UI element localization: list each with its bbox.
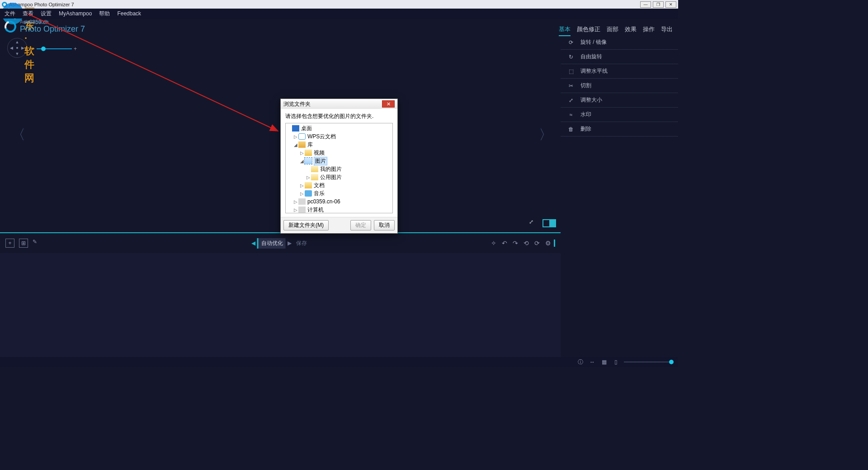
auto-opt-prev-icon[interactable]: ◀ [251,240,255,246]
minimize-button[interactable]: — [640,1,651,8]
tab-color[interactable]: 颜色修正 [577,25,600,36]
tree-node[interactable]: ▷WPS云文档 [287,132,392,141]
tab-export[interactable]: 导出 [661,25,673,36]
tree-node[interactable]: ◢图片 [287,157,392,165]
compare-toggle[interactable] [542,219,556,227]
tab-operation[interactable]: 操作 [643,25,655,36]
brand-ring-icon [3,19,19,35]
tree-twisty-icon: ▷ [306,175,311,180]
desktop-icon [292,125,299,132]
sideitem-resize[interactable]: ⤢调整大小 [561,93,678,108]
tree-node[interactable]: ▷pc0359.cn-06 [287,197,392,206]
rotate-left-icon[interactable]: ⟲ [522,240,530,247]
tree-node[interactable]: ▷视频 [287,149,392,157]
rotate-right-icon[interactable]: ⟳ [533,240,541,247]
status-bar: ⓘ ↔ ▦ ▯ [0,357,678,367]
next-image-button[interactable]: 〉 [539,126,549,144]
app-logo-icon [2,2,7,7]
action-toolbar: + ⊞ ✎ ◀ 自动优化 ▶ 保存 ✧ ↶ ↷ ⟲ ⟳ ⚙ [0,236,561,250]
tree-node[interactable]: 桌面 [287,124,392,132]
redo-icon[interactable]: ↷ [511,240,519,247]
cloud-icon [298,133,306,140]
menu-myashampoo[interactable]: MyAshampoo [59,10,92,17]
sideitem-crop[interactable]: ✂切割 [561,79,678,93]
folder-icon [305,182,312,188]
sideitem-label: 旋转 / 镜像 [580,38,607,46]
settings-gear-icon[interactable]: ⚙ [544,240,552,247]
tab-effect[interactable]: 效果 [625,25,637,36]
auto-optimize-button[interactable]: 自动优化 [257,238,286,249]
menu-bar: 文件 查看 设置 MyAshampoo 帮助 Feedback [0,9,678,19]
folder-tree[interactable]: 桌面▷WPS云文档◢库▷视频◢图片我的图片▷公用图片▷文档▷音乐▷pc0359.… [285,123,393,213]
thumbnail-strip [0,253,561,357]
window-titlebar: Ashampoo Photo Optimizer 7 — ❐ ✕ [0,0,678,9]
dialog-title: 浏览文件夹 [283,100,311,108]
zoom-out-icon: − [32,46,35,52]
tree-node-label: 公用图片 [320,174,342,181]
single-view-icon[interactable]: ▯ [612,359,619,365]
tree-twisty-icon: ▷ [293,207,298,212]
tree-node-label: 我的图片 [320,165,342,173]
rotate-icon: ⟳ [567,38,575,47]
pic-icon [311,166,318,172]
fit-width-icon[interactable]: ↔ [589,359,596,365]
ok-button[interactable]: 确定 [350,220,371,230]
auto-icon[interactable]: ✧ [490,240,498,247]
grid-view-icon[interactable]: ▦ [600,359,608,365]
tab-basic[interactable]: 基本 [559,25,571,36]
browse-folder-dialog: 浏览文件夹 ✕ 请选择包含想要优化的图片的文件夹. 桌面▷WPS云文档◢库▷视频… [280,99,398,234]
pan-control[interactable]: ▲ ▼ ◀ ▶ [7,38,27,58]
brush-icon[interactable]: ✎ [33,239,37,248]
fullscreen-icon[interactable]: ⤢ [529,219,538,228]
new-folder-button[interactable]: 新建文件夹(M) [283,220,329,230]
maximize-button[interactable]: ❐ [653,1,664,8]
tree-node[interactable]: ▷文档 [287,181,392,189]
tree-node[interactable]: ▷计算机 [287,206,392,213]
sideitem-delete[interactable]: 🗑删除 [561,122,678,136]
undo-icon[interactable]: ↶ [500,240,509,247]
sideitem-label: 自由旋转 [580,53,602,61]
add-file-button[interactable]: + [5,239,14,248]
tree-node-label: WPS云文档 [307,133,336,141]
cancel-button[interactable]: 取消 [374,220,395,230]
info-icon[interactable]: ⓘ [577,358,584,366]
dialog-close-button[interactable]: ✕ [382,100,395,108]
auto-opt-next-icon[interactable]: ▶ [288,240,292,246]
resize-icon: ⤢ [567,96,575,104]
tree-node-label: 图片 [314,157,327,165]
tree-node[interactable]: ▷公用图片 [287,173,392,181]
thumb-size-slider[interactable] [624,362,674,362]
sideitem-label: 调整水平线 [580,67,608,75]
tree-twisty-icon: ▷ [293,134,298,139]
save-button[interactable]: 保存 [293,238,310,249]
prev-image-button[interactable]: 〈 [12,126,22,144]
sideitem-watermark[interactable]: ≈水印 [561,108,678,122]
tab-face[interactable]: 面部 [607,25,618,36]
tree-node-label: 桌面 [301,125,312,132]
sideitem-label: 删除 [580,125,591,133]
tree-node[interactable]: ◢库 [287,141,392,149]
tree-node[interactable]: 我的图片 [287,165,392,173]
sideitem-horizon[interactable]: ⬚调整水平线 [561,64,678,79]
close-window-button[interactable]: ✕ [665,1,676,8]
window-title: Ashampoo Photo Optimizer 7 [9,2,74,7]
menu-settings[interactable]: 设置 [41,10,52,18]
lib-icon [298,141,306,148]
sideitem-rotate-mirror[interactable]: ⟳旋转 / 镜像 [561,35,678,50]
pan-down-icon: ▼ [15,52,19,56]
music-icon [305,190,312,197]
add-folder-button[interactable]: ⊞ [19,239,28,248]
menu-help[interactable]: 帮助 [99,10,110,18]
pic-icon [311,174,318,180]
dialog-titlebar[interactable]: 浏览文件夹 ✕ [281,99,397,109]
trash-icon: 🗑 [567,125,575,133]
tree-node[interactable]: ▷音乐 [287,189,392,197]
level-icon: ⬚ [567,67,575,75]
menu-file[interactable]: 文件 [5,10,15,18]
crop-icon: ✂ [567,82,575,90]
menu-view[interactable]: 查看 [23,10,33,18]
menu-feedback[interactable]: Feedback [117,10,141,17]
zoom-handle[interactable] [41,47,46,51]
zoom-slider[interactable]: − + [32,46,77,52]
sideitem-free-rotate[interactable]: ↻自由旋转 [561,50,678,64]
